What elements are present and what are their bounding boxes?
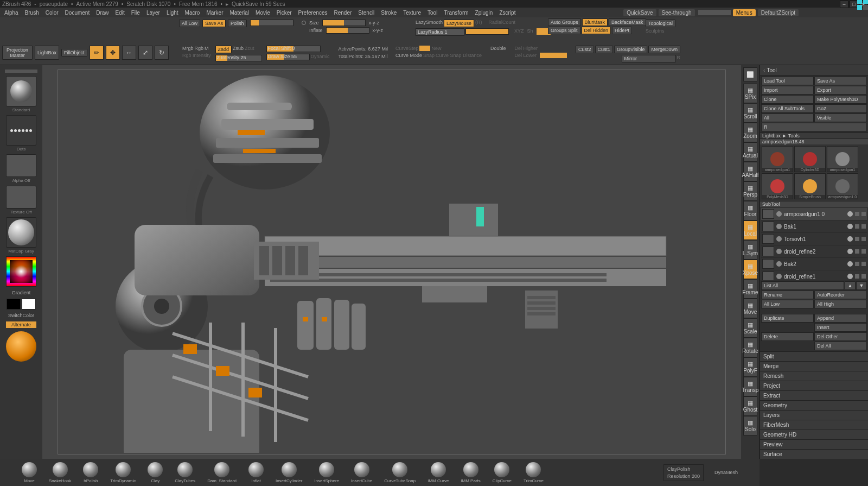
menu-zscript[interactable]: Zscript bbox=[497, 9, 518, 16]
edit-mode-button[interactable]: ✏ bbox=[90, 46, 104, 60]
delall-button[interactable]: Del All bbox=[814, 342, 867, 350]
delhidden-button[interactable]: Del Hidden bbox=[582, 27, 611, 34]
draw-mode-button[interactable]: ✥ bbox=[106, 46, 120, 60]
toolpick-0[interactable]: armposedgun1 bbox=[762, 146, 793, 172]
toolpick-3[interactable]: PolyMesh3D bbox=[762, 173, 793, 199]
shelf-local[interactable]: ▦Local bbox=[743, 220, 757, 240]
subtool-row[interactable]: Bak2 bbox=[761, 258, 867, 270]
zintensity-slider[interactable]: Z Intensity 25 bbox=[215, 55, 262, 61]
menu-alpha[interactable]: Alpha bbox=[2, 9, 21, 16]
subtool-row[interactable]: Torsovh1 bbox=[761, 233, 867, 245]
shelf-floor[interactable]: ▦Floor bbox=[743, 201, 757, 220]
menu-tool[interactable]: Tool bbox=[425, 9, 439, 16]
shelf-rotate[interactable]: ▦Rotate bbox=[743, 338, 757, 357]
polish-button[interactable]: Polish bbox=[228, 20, 247, 27]
groupssplit-button[interactable]: Groups Split bbox=[548, 27, 580, 34]
size-slider[interactable] bbox=[322, 20, 366, 26]
resolution-field[interactable]: Resolution 200 bbox=[667, 474, 700, 479]
tool-all[interactable]: All bbox=[761, 113, 814, 122]
lazymouse-button[interactable]: LazyMouse bbox=[444, 20, 474, 27]
menu-macro[interactable]: Macro bbox=[183, 9, 202, 16]
menu-zplugin[interactable]: Zplugin bbox=[473, 9, 495, 16]
brush-curvetubesnap[interactable]: CurveTubeSnap bbox=[384, 462, 416, 483]
m-button[interactable]: M bbox=[205, 46, 209, 51]
zcut-button[interactable]: Zcut bbox=[245, 46, 254, 53]
subtool-row[interactable]: droid_refine2 bbox=[761, 245, 867, 258]
matcap-thumb[interactable]: MatCap Gray bbox=[6, 217, 36, 248]
alternate-button[interactable]: Alternate bbox=[6, 321, 36, 328]
menu-light[interactable]: Light bbox=[164, 9, 181, 16]
topological-button[interactable]: Topological bbox=[646, 20, 675, 27]
brush-trimcurve[interactable]: TrimCurve bbox=[524, 462, 544, 483]
movedown-button[interactable]: ▼ bbox=[856, 281, 867, 290]
brush-move[interactable]: Move bbox=[22, 462, 37, 483]
tool-import[interactable]: Import bbox=[761, 86, 814, 94]
shelf-polyf[interactable]: ▦PolyF bbox=[743, 357, 757, 377]
lightbox-tools-header[interactable]: Lightbox ► Tools bbox=[760, 132, 868, 138]
visibility-icon[interactable] bbox=[776, 224, 782, 229]
section-surface[interactable]: Surface bbox=[760, 449, 868, 459]
section-merge[interactable]: Merge bbox=[760, 361, 868, 371]
menu-preferences[interactable]: Preferences bbox=[296, 9, 330, 16]
brush-dam_standard[interactable]: Dam_Standard bbox=[207, 462, 237, 483]
lazyradius-slider[interactable] bbox=[465, 28, 509, 35]
subtool-header[interactable]: SubTool bbox=[760, 201, 868, 207]
menu-layer[interactable]: Layer bbox=[144, 9, 162, 16]
tool-visible[interactable]: Visible bbox=[814, 113, 867, 122]
shelf-actual[interactable]: ▦Actual bbox=[743, 142, 757, 162]
menu-stroke[interactable]: Stroke bbox=[379, 9, 399, 16]
stroke-thumb[interactable]: Dots bbox=[6, 115, 36, 146]
secondary-color[interactable] bbox=[6, 331, 36, 362]
toolpick-5[interactable]: armposedgun1 0 bbox=[827, 173, 858, 199]
lazyradius-field[interactable]: LazyRadius 1 bbox=[416, 28, 464, 36]
visibility-icon[interactable] bbox=[776, 249, 782, 254]
menu-edit[interactable]: Edit bbox=[113, 9, 127, 16]
blurmask-button[interactable]: BlurMask bbox=[582, 18, 608, 26]
move-mode-button[interactable]: ↔ bbox=[122, 46, 136, 60]
section-layers[interactable]: Layers bbox=[760, 410, 868, 420]
menu-material[interactable]: Material bbox=[228, 9, 252, 16]
tool-clone[interactable]: Clone bbox=[761, 95, 814, 104]
shelf-ghost[interactable]: ▦Ghost bbox=[743, 396, 757, 416]
toolpick-4[interactable]: SimpleBrush bbox=[794, 173, 826, 199]
swatch-black[interactable] bbox=[7, 299, 21, 310]
visibility-icon[interactable] bbox=[776, 211, 782, 217]
shelf-scale[interactable]: ▦Scale bbox=[743, 318, 757, 338]
cust1-button[interactable]: Cust1 bbox=[595, 46, 614, 53]
subtool-row[interactable]: Bak1 bbox=[761, 220, 867, 233]
shelf-frame[interactable]: ▦Frame bbox=[743, 279, 757, 299]
tool-make-polymesh3d[interactable]: Make PolyMesh3D bbox=[814, 95, 867, 104]
mrgb-button[interactable]: Mrgb bbox=[182, 46, 194, 51]
zadd-button[interactable]: Zadd bbox=[215, 46, 232, 53]
claypolish-button[interactable]: ClayPolish bbox=[667, 466, 700, 472]
menu-defaultzscript[interactable]: DefaultZScript bbox=[758, 9, 799, 16]
texture-thumb[interactable]: Texture Off bbox=[6, 186, 36, 209]
shelf-move[interactable]: ▦Move bbox=[743, 299, 757, 318]
menu-marker[interactable]: Marker bbox=[204, 9, 225, 16]
shelf-scroll[interactable]: ▦Scroll bbox=[743, 103, 757, 123]
divide-slider[interactable] bbox=[540, 53, 567, 58]
section-preview[interactable]: Preview bbox=[760, 439, 868, 449]
menu-render[interactable]: Render bbox=[332, 9, 354, 16]
menu-movie[interactable]: Movie bbox=[253, 9, 272, 16]
brush-thumb[interactable]: Standard bbox=[6, 76, 36, 106]
shelf-spix[interactable]: ▦SPix bbox=[743, 84, 757, 103]
menu-quicksave[interactable]: QuickSave bbox=[623, 9, 656, 16]
size-radio[interactable] bbox=[302, 21, 306, 25]
toolpick-2[interactable]: armposedgun1 bbox=[827, 146, 858, 172]
shelf-solo[interactable]: ▦Solo bbox=[743, 416, 757, 435]
section-remesh[interactable]: Remesh bbox=[760, 371, 868, 381]
focalshift-slider[interactable]: Focal Shift 0 bbox=[266, 46, 321, 52]
rgb-button[interactable]: Rgb bbox=[195, 46, 204, 51]
brush-snakehook[interactable]: SnakeHook bbox=[49, 462, 71, 483]
brush-clipcurve[interactable]: ClipCurve bbox=[493, 462, 512, 483]
menu-brush[interactable]: Brush bbox=[23, 9, 41, 16]
zsub-button[interactable]: Zsub bbox=[233, 46, 244, 53]
shelf-transp[interactable]: ▦Transp bbox=[743, 377, 757, 396]
listall-button[interactable]: List All bbox=[761, 281, 844, 290]
alllow-button[interactable]: All Low bbox=[761, 300, 814, 308]
save-as-button[interactable]: Save As bbox=[202, 20, 226, 27]
delete-button[interactable]: Delete bbox=[761, 332, 814, 341]
tool-panel-header[interactable]: ‹ Tool bbox=[760, 65, 868, 75]
double-button[interactable]: Double bbox=[490, 46, 506, 51]
